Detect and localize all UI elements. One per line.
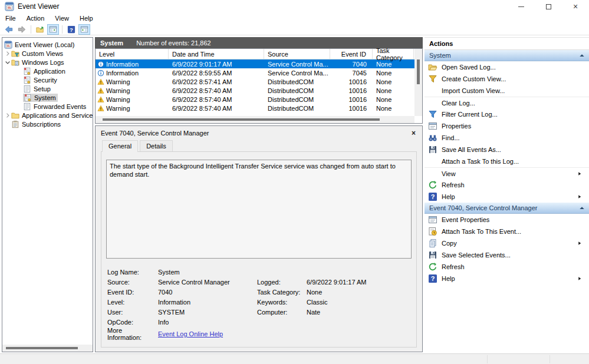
- field-label: More Information:: [107, 327, 158, 341]
- tree-item-forwarded-events[interactable]: Forwarded Events: [2, 102, 93, 111]
- action-create-custom-view[interactable]: Create Custom View...: [425, 73, 589, 85]
- tree-item-setup[interactable]: Setup: [2, 84, 93, 93]
- scrollbar-thumb[interactable]: [6, 347, 78, 349]
- action-save-selected-events[interactable]: Save Selected Events...: [425, 249, 589, 261]
- windows-logs-icon: [11, 58, 19, 67]
- minimize-icon: [518, 6, 524, 7]
- table-horizontal-scrollbar[interactable]: [96, 116, 414, 123]
- event-preview-title-bar: Event 7040, Service Control Manager ×: [96, 126, 422, 140]
- column-header-level[interactable]: Level: [96, 49, 169, 59]
- expander[interactable]: [4, 112, 11, 119]
- properties-icon: [428, 121, 437, 131]
- back-button[interactable]: [3, 24, 15, 35]
- column-header-task-category[interactable]: Task Category: [373, 49, 414, 59]
- tree-item-windows-logs[interactable]: Windows Logs: [2, 58, 93, 67]
- close-button[interactable]: ×: [562, 0, 589, 13]
- table-row[interactable]: Warning 6/9/2022 8:57:40 AM DistributedC…: [96, 104, 422, 112]
- action-properties[interactable]: Properties: [425, 120, 589, 132]
- field-value: None: [307, 289, 412, 296]
- refresh-icon: [428, 262, 437, 272]
- tree-item-application[interactable]: Application: [2, 67, 93, 75]
- action-help-log[interactable]: ?Help: [425, 191, 589, 203]
- menu-view[interactable]: View: [50, 14, 74, 23]
- table-row[interactable]: Information 6/9/2022 9:01:17 AM Service …: [96, 59, 422, 68]
- table-row[interactable]: Warning 6/9/2022 8:57:40 AM DistributedC…: [96, 95, 422, 104]
- collapse-arrow-icon[interactable]: [578, 52, 585, 59]
- table-row[interactable]: Warning 6/9/2022 8:57:41 AM DistributedC…: [96, 77, 422, 86]
- app-icon: [5, 2, 14, 11]
- menu-help[interactable]: Help: [74, 14, 98, 23]
- log-icon: [23, 76, 31, 84]
- subscriptions-icon: [11, 120, 19, 128]
- action-copy[interactable]: Copy: [425, 237, 589, 249]
- warning-icon: [97, 105, 104, 112]
- tree-item-applications-and-services[interactable]: Applications and Services Lo: [2, 111, 93, 120]
- window-title: Event Viewer: [18, 2, 59, 11]
- menu-file[interactable]: File: [0, 14, 21, 23]
- field-label: Level:: [107, 299, 158, 306]
- refresh-icon: [428, 180, 437, 190]
- svg-text:?: ?: [70, 26, 73, 32]
- action-help-event[interactable]: ?Help: [425, 273, 589, 284]
- menu-action[interactable]: Action: [21, 14, 50, 23]
- action-refresh-event[interactable]: Refresh: [425, 261, 589, 273]
- filter-icon: [428, 110, 437, 119]
- action-view[interactable]: View: [425, 167, 589, 179]
- close-icon: ×: [412, 129, 416, 137]
- tab-general[interactable]: General: [102, 140, 138, 152]
- field-value: 6/9/2022 9:01:17 AM: [307, 279, 412, 286]
- action-attach-task-to-log[interactable]: Attach a Task To this Log...: [425, 155, 589, 167]
- forward-icon: [18, 25, 26, 34]
- action-event-properties[interactable]: Event Properties: [425, 214, 589, 226]
- collapse-arrow-icon[interactable]: [578, 204, 585, 211]
- tree-item-event-viewer-local[interactable]: Event Viewer (Local): [2, 40, 93, 49]
- properties-icon: [428, 215, 437, 224]
- maximize-icon: [546, 4, 551, 9]
- export-button[interactable]: [34, 24, 46, 35]
- help-icon: ?: [67, 25, 75, 34]
- action-filter-current-log[interactable]: Filter Current Log...: [425, 108, 589, 120]
- table-vertical-scrollbar[interactable]: [414, 49, 422, 116]
- submenu-arrow-icon: [575, 192, 584, 201]
- action-refresh-log[interactable]: Refresh: [425, 179, 589, 191]
- action-pane-toggle[interactable]: [78, 24, 90, 35]
- actions-section-system[interactable]: System: [425, 50, 589, 61]
- action-save-all-events-as[interactable]: Save All Events As...: [425, 144, 589, 155]
- actions-section-event[interactable]: Event 7040, Service Control Manager: [425, 203, 589, 214]
- log-title: System: [100, 39, 123, 47]
- tree-item-subscriptions[interactable]: Subscriptions: [2, 120, 93, 128]
- field-label: Event ID:: [107, 289, 158, 296]
- action-import-custom-view[interactable]: Import Custom View...: [425, 85, 589, 97]
- tree-horizontal-scrollbar[interactable]: [2, 345, 93, 352]
- minimize-button[interactable]: [508, 0, 535, 13]
- close-preview-button[interactable]: ×: [410, 129, 417, 137]
- tab-details[interactable]: Details: [140, 140, 173, 151]
- maximize-button[interactable]: [535, 0, 562, 13]
- expander[interactable]: [4, 50, 11, 57]
- help-toolbar-button[interactable]: ?: [65, 24, 77, 35]
- event-preview-pane: Event 7040, Service Control Manager × Ge…: [95, 125, 423, 352]
- action-clear-log[interactable]: Clear Log...: [425, 97, 589, 108]
- column-header-source[interactable]: Source: [264, 49, 330, 59]
- services-folder-icon: [11, 111, 19, 120]
- scrollbar-thumb[interactable]: [417, 59, 420, 84]
- submenu-arrow-icon: [575, 274, 584, 283]
- table-row[interactable]: Information 6/9/2022 8:59:55 AM Service …: [96, 68, 422, 77]
- column-header-event-id[interactable]: Event ID: [330, 49, 373, 59]
- event-log-online-help-link[interactable]: Event Log Online Help: [158, 330, 257, 337]
- table-row[interactable]: Warning 6/9/2022 8:57:40 AM DistributedC…: [96, 86, 422, 95]
- tree-item-security[interactable]: Security: [2, 75, 93, 84]
- tree-item-custom-views[interactable]: Custom Views: [2, 49, 93, 58]
- column-header-date[interactable]: Date and Time: [169, 49, 264, 59]
- warning-icon: [97, 96, 104, 103]
- action-find[interactable]: Find...: [425, 132, 589, 144]
- open-folder-icon: [428, 62, 437, 72]
- action-attach-task-to-event[interactable]: Attach Task To This Event...: [425, 226, 589, 237]
- tree-item-system[interactable]: System: [2, 93, 93, 102]
- status-bar-divider: [487, 355, 488, 363]
- expander[interactable]: [4, 59, 11, 66]
- forward-button[interactable]: [16, 24, 28, 35]
- console-tree-toggle[interactable]: [47, 24, 59, 35]
- action-open-saved-log[interactable]: Open Saved Log...: [425, 61, 589, 73]
- scrollbar-thumb[interactable]: [103, 118, 380, 121]
